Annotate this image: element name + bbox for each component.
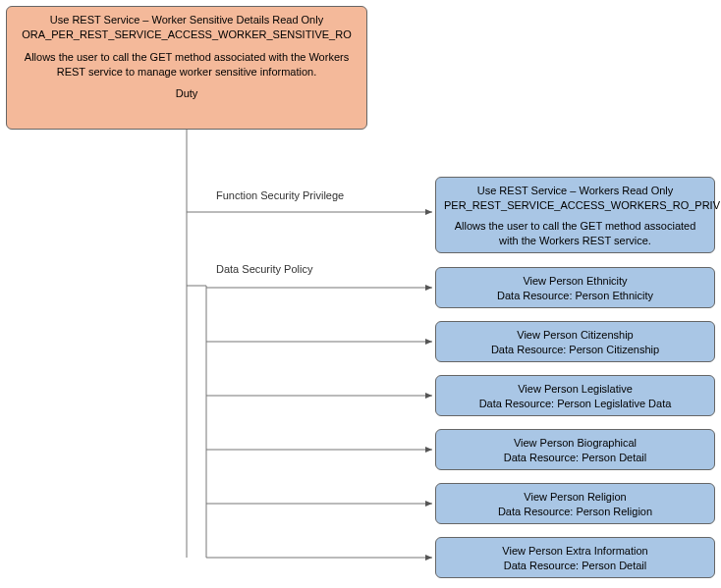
- dsp-resource: Data Resource: Person Citizenship: [444, 343, 706, 357]
- fsp-box: Use REST Service – Workers Read Only PER…: [435, 177, 715, 253]
- dsp-title: View Person Extra Information: [444, 544, 706, 559]
- duty-code: ORA_PER_REST_SERVICE_ACCESS_WORKER_SENSI…: [15, 27, 359, 42]
- dsp-box-2: View Person Legislative Data Resource: P…: [435, 375, 715, 416]
- dsp-resource: Data Resource: Person Ethnicity: [444, 289, 706, 303]
- dsp-box-0: View Person Ethnicity Data Resource: Per…: [435, 267, 715, 308]
- duty-desc: Allows the user to call the GET method a…: [15, 50, 359, 80]
- dsp-box-3: View Person Biographical Data Resource: …: [435, 429, 715, 470]
- duty-title: Use REST Service – Worker Sensitive Deta…: [15, 13, 359, 27]
- dsp-title: View Person Legislative: [444, 382, 706, 397]
- dsp-title: View Person Religion: [444, 490, 706, 505]
- section-label-dsp: Data Security Policy: [216, 263, 312, 275]
- dsp-title: View Person Ethnicity: [444, 274, 706, 289]
- dsp-resource: Data Resource: Person Religion: [444, 505, 706, 519]
- fsp-title: Use REST Service – Workers Read Only: [444, 184, 706, 198]
- fsp-code: PER_REST_SERVICE_ACCESS_WORKERS_RO_PRIV: [444, 198, 706, 213]
- dsp-resource: Data Resource: Person Legislative Data: [444, 397, 706, 411]
- fsp-desc: Allows the user to call the GET method a…: [444, 219, 706, 248]
- duty-role-box: Use REST Service – Worker Sensitive Deta…: [6, 6, 367, 130]
- dsp-box-5: View Person Extra Information Data Resou…: [435, 537, 715, 578]
- duty-type: Duty: [15, 86, 359, 101]
- dsp-title: View Person Citizenship: [444, 328, 706, 343]
- dsp-resource: Data Resource: Person Detail: [444, 559, 706, 573]
- dsp-title: View Person Biographical: [444, 436, 706, 451]
- dsp-resource: Data Resource: Person Detail: [444, 451, 706, 465]
- dsp-box-1: View Person Citizenship Data Resource: P…: [435, 321, 715, 362]
- dsp-box-4: View Person Religion Data Resource: Pers…: [435, 483, 715, 524]
- section-label-fsp: Function Security Privilege: [216, 189, 344, 201]
